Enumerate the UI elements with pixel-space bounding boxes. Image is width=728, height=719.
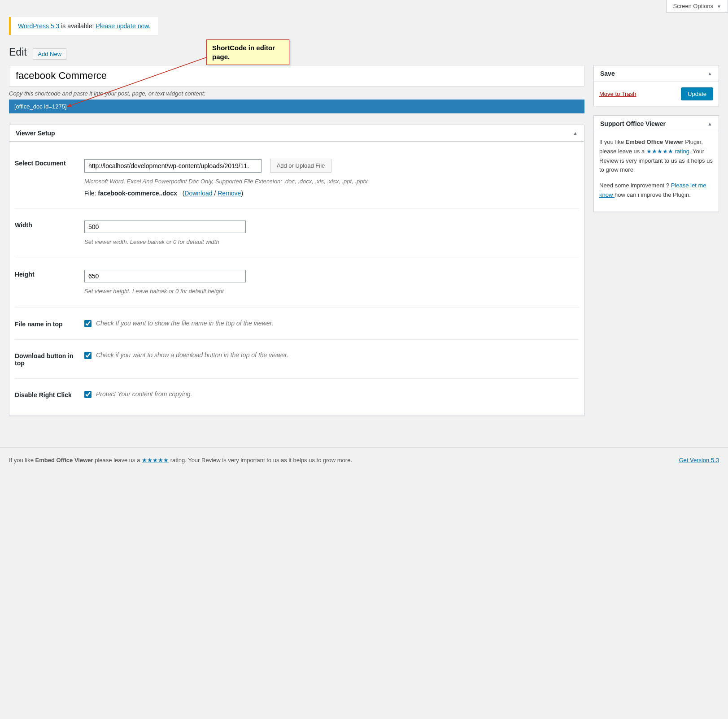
support-para-1: If you like Embed Office Viewer Plugin, … xyxy=(599,138,713,175)
select-document-label: Select Document xyxy=(15,159,84,197)
add-upload-file-button[interactable]: Add or Upload File xyxy=(270,159,332,173)
viewer-setup-box: Viewer Setup ▲ Select Document Add or Up… xyxy=(9,125,584,416)
download-btn-top-label: Download button in top xyxy=(15,351,84,367)
post-title-input[interactable] xyxy=(9,65,584,87)
width-label: Width xyxy=(15,221,84,247)
file-info-line: File: facebook-commerce..docx (Download … xyxy=(84,190,579,197)
shortcode-display[interactable]: [office_doc id=1275] xyxy=(9,100,584,113)
height-label: Height xyxy=(15,270,84,296)
download-btn-top-hint: Check if you want to show a download but… xyxy=(96,351,288,359)
shortcode-hint: Copy this shortcode and paste it into yo… xyxy=(9,90,584,97)
update-button[interactable]: Update xyxy=(681,87,713,100)
remove-link[interactable]: Remove xyxy=(218,190,241,197)
width-input[interactable] xyxy=(84,221,246,233)
support-toggle-icon[interactable]: ▲ xyxy=(707,121,712,126)
download-btn-top-checkbox[interactable] xyxy=(84,352,92,359)
move-to-trash-link[interactable]: Move to Trash xyxy=(599,91,636,97)
height-input[interactable] xyxy=(84,270,246,282)
download-link[interactable]: Download xyxy=(184,190,212,197)
footer-bar: If you like Embed Office Viewer please l… xyxy=(0,447,728,472)
viewer-setup-toggle-icon[interactable]: ▲ xyxy=(573,130,578,136)
document-url-input[interactable] xyxy=(84,159,262,173)
document-hint: Microsoft Word, Excel And Powerpodint Do… xyxy=(84,177,579,186)
wordpress-update-link[interactable]: WordPress 5.3 xyxy=(18,22,59,30)
support-para-2: Need some improvement ? Please let me kn… xyxy=(599,181,713,200)
update-nag-text: is available! xyxy=(59,22,96,30)
please-update-link[interactable]: Please update now. xyxy=(96,22,150,30)
disable-right-click-hint: Protect Your content from copying. xyxy=(96,390,192,398)
screen-options-button[interactable]: Screen Options xyxy=(666,0,728,13)
height-hint: Set viewer height. Leave balnak or 0 for… xyxy=(84,287,579,296)
page-title: Edit xyxy=(9,46,27,58)
get-version-link[interactable]: Get Version 5.3 xyxy=(679,457,719,463)
save-heading: Save xyxy=(600,70,615,77)
viewer-setup-heading: Viewer Setup xyxy=(16,130,55,137)
disable-right-click-label: Disable Right Click xyxy=(15,390,84,398)
footer-left: If you like Embed Office Viewer please l… xyxy=(9,457,352,463)
footer-rating-link[interactable]: ★★★★★ xyxy=(142,457,169,463)
width-hint: Set viewer width. Leave balnak or 0 for … xyxy=(84,238,579,247)
update-nag: WordPress 5.3 is available! Please updat… xyxy=(9,17,158,35)
rating-link[interactable]: ★★★★★ rating. xyxy=(646,148,691,155)
annotation-callout: ShortCode in editor page. xyxy=(206,39,289,65)
support-heading: Support Office Viewer xyxy=(600,120,666,127)
add-new-button[interactable]: Add New xyxy=(33,48,66,60)
disable-right-click-checkbox[interactable] xyxy=(84,391,92,398)
support-box: Support Office Viewer ▲ If you like Embe… xyxy=(593,115,719,212)
filename-top-checkbox[interactable] xyxy=(84,320,92,327)
save-box: Save ▲ Move to Trash Update xyxy=(593,65,719,106)
filename-top-label: File name in top xyxy=(15,320,84,328)
save-toggle-icon[interactable]: ▲ xyxy=(707,71,712,76)
filename-top-hint: Check If you want to show the file name … xyxy=(96,320,274,327)
